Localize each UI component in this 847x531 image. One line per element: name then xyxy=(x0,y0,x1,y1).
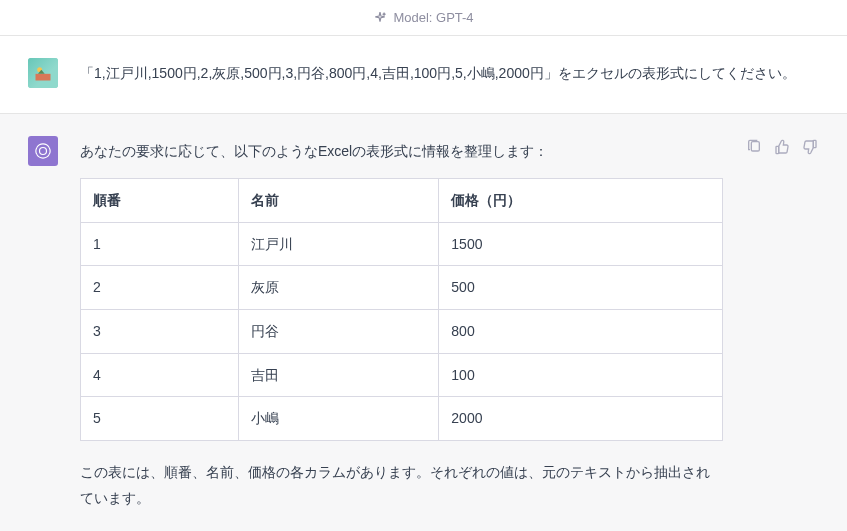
table-cell: 100 xyxy=(439,353,723,397)
table-header-cell: 名前 xyxy=(239,179,439,223)
sparkle-icon xyxy=(373,11,387,25)
table-cell: 1500 xyxy=(439,222,723,266)
table-header-cell: 順番 xyxy=(81,179,239,223)
table-cell: 吉田 xyxy=(239,353,439,397)
table-row: 1 江戸川 1500 xyxy=(81,222,723,266)
table-cell: 2000 xyxy=(439,397,723,441)
table-cell: 江戸川 xyxy=(239,222,439,266)
user-avatar xyxy=(28,58,58,88)
table-cell: 800 xyxy=(439,309,723,353)
table-cell: 2 xyxy=(81,266,239,310)
svg-rect-4 xyxy=(776,146,779,153)
table-row: 4 吉田 100 xyxy=(81,353,723,397)
clipboard-icon xyxy=(746,139,762,155)
svg-rect-3 xyxy=(751,141,759,150)
table-cell: 5 xyxy=(81,397,239,441)
thumbs-down-icon xyxy=(802,139,818,155)
assistant-message-body: あなたの要求に応じて、以下のようなExcelの表形式に情報を整理します： 順番 … xyxy=(80,136,723,516)
svg-point-2 xyxy=(40,147,47,154)
excel-table: 順番 名前 価格（円） 1 江戸川 1500 2 灰原 500 3 xyxy=(80,178,723,441)
thumbs-down-button[interactable] xyxy=(801,138,819,156)
table-row: 5 小嶋 2000 xyxy=(81,397,723,441)
user-message-body: 「1,江戸川,1500円,2,灰原,500円,3,円谷,800円,4,吉田,10… xyxy=(80,58,819,91)
table-cell: 4 xyxy=(81,353,239,397)
message-actions xyxy=(745,136,819,516)
table-cell: 1 xyxy=(81,222,239,266)
table-cell: 円谷 xyxy=(239,309,439,353)
assistant-intro: あなたの要求に応じて、以下のようなExcelの表形式に情報を整理します： xyxy=(80,138,723,165)
svg-rect-0 xyxy=(36,74,51,81)
thumbs-up-icon xyxy=(774,139,790,155)
table-cell: 500 xyxy=(439,266,723,310)
table-row: 2 灰原 500 xyxy=(81,266,723,310)
table-row: 3 円谷 800 xyxy=(81,309,723,353)
table-header-cell: 価格（円） xyxy=(439,179,723,223)
thumbs-up-button[interactable] xyxy=(773,138,791,156)
openai-logo-icon xyxy=(33,141,53,161)
svg-rect-5 xyxy=(813,140,816,147)
model-label: Model: GPT-4 xyxy=(393,10,473,25)
user-message-row: 「1,江戸川,1500円,2,灰原,500円,3,円谷,800円,4,吉田,10… xyxy=(0,36,847,114)
model-header: Model: GPT-4 xyxy=(0,0,847,36)
table-header-row: 順番 名前 価格（円） xyxy=(81,179,723,223)
table-cell: 小嶋 xyxy=(239,397,439,441)
assistant-footnote: この表には、順番、名前、価格の各カラムがあります。それぞれの値は、元のテキストか… xyxy=(80,459,723,512)
copy-button[interactable] xyxy=(745,138,763,156)
table-cell: 灰原 xyxy=(239,266,439,310)
assistant-avatar xyxy=(28,136,58,166)
assistant-message-row: あなたの要求に応じて、以下のようなExcelの表形式に情報を整理します： 順番 … xyxy=(0,114,847,531)
user-message-text: 「1,江戸川,1500円,2,灰原,500円,3,円谷,800円,4,吉田,10… xyxy=(80,60,819,87)
table-cell: 3 xyxy=(81,309,239,353)
